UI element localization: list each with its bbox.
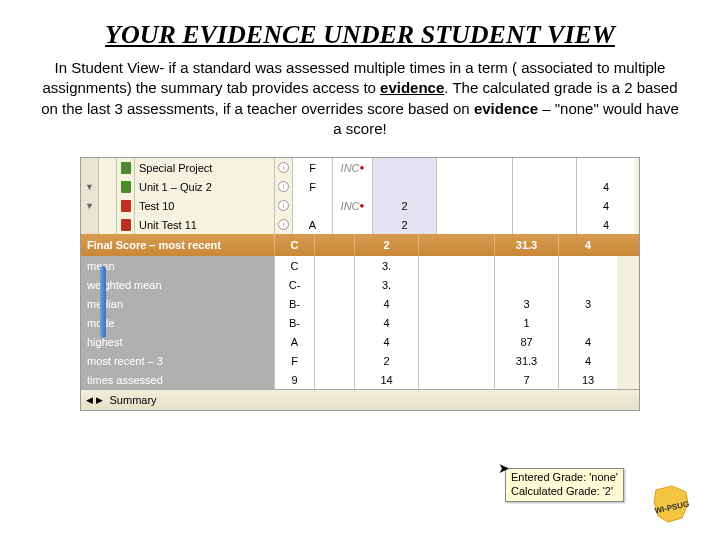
inc-flag bbox=[333, 177, 373, 196]
stat-name: mean bbox=[81, 256, 275, 275]
score-1[interactable]: 2 bbox=[373, 196, 437, 215]
stat-n3: 7 bbox=[495, 370, 559, 389]
stat-name: mode bbox=[81, 313, 275, 332]
drag-handle[interactable] bbox=[81, 215, 99, 234]
stat-row: modeB-41 bbox=[81, 313, 639, 332]
stat-name: most recent – 3 bbox=[81, 351, 275, 370]
inc-flag: INC● bbox=[333, 158, 373, 177]
status-icon bbox=[99, 177, 117, 196]
score-1[interactable]: 2 bbox=[373, 215, 437, 234]
score-4: 4 bbox=[577, 196, 635, 215]
final-label: Final Score – most recent bbox=[81, 234, 275, 256]
stat-row: weighted meanC-3. bbox=[81, 275, 639, 294]
score-3 bbox=[513, 196, 577, 215]
gradebook-table: Special ProjectiFINC●▼Unit 1 – Quiz 2iF4… bbox=[80, 157, 640, 411]
final-score-row[interactable]: Final Score – most recent C 2 31.3 4 bbox=[81, 234, 639, 256]
status-icon bbox=[99, 158, 117, 177]
tooltip: Entered Grade: 'none' Calculated Grade: … bbox=[505, 468, 624, 502]
score-3 bbox=[513, 158, 577, 177]
assignment-row[interactable]: ▼Unit 1 – Quiz 2iF4 bbox=[81, 177, 639, 196]
flag-icon bbox=[117, 177, 135, 196]
stat-n3: 87 bbox=[495, 332, 559, 351]
info-icon[interactable]: i bbox=[275, 215, 293, 234]
score-3 bbox=[513, 215, 577, 234]
assignment-row[interactable]: ▼Test 10iINC●24 bbox=[81, 196, 639, 215]
stat-n1: 4 bbox=[355, 294, 419, 313]
stat-n1: 14 bbox=[355, 370, 419, 389]
score-2 bbox=[437, 215, 513, 234]
stat-n4: 13 bbox=[559, 370, 617, 389]
summary-toolbar[interactable]: ◀ ▶ Summary bbox=[81, 389, 639, 410]
stat-letter: B- bbox=[275, 294, 315, 313]
info-icon[interactable]: i bbox=[275, 196, 293, 215]
score-3 bbox=[513, 177, 577, 196]
score-2 bbox=[437, 177, 513, 196]
stat-n4 bbox=[559, 275, 617, 294]
assignment-name: Unit Test 11 bbox=[135, 215, 275, 234]
score-4 bbox=[577, 158, 635, 177]
drag-handle[interactable] bbox=[81, 158, 99, 177]
assignment-row[interactable]: Special ProjectiFINC● bbox=[81, 158, 639, 177]
stat-n4: 4 bbox=[559, 332, 617, 351]
stat-row: medianB-433 bbox=[81, 294, 639, 313]
info-icon[interactable]: i bbox=[275, 177, 293, 196]
stat-row: most recent – 3F231.34 bbox=[81, 351, 639, 370]
final-n4: 4 bbox=[559, 234, 617, 256]
stat-name: weighted mean bbox=[81, 275, 275, 294]
stat-row: highestA4874 bbox=[81, 332, 639, 351]
expand-icon[interactable]: ◀ ▶ bbox=[81, 395, 108, 405]
stat-n4 bbox=[559, 313, 617, 332]
stat-letter: C- bbox=[275, 275, 315, 294]
scrollbar[interactable] bbox=[100, 266, 106, 338]
summary-label: Summary bbox=[108, 394, 157, 406]
score-2 bbox=[437, 196, 513, 215]
stat-name: median bbox=[81, 294, 275, 313]
letter-grade: F bbox=[293, 158, 333, 177]
stat-n3 bbox=[495, 275, 559, 294]
stat-n1: 2 bbox=[355, 351, 419, 370]
stat-row: times assessed914713 bbox=[81, 370, 639, 389]
stat-n1: 3. bbox=[355, 256, 419, 275]
stat-n4: 3 bbox=[559, 294, 617, 313]
score-2 bbox=[437, 158, 513, 177]
stat-n1: 4 bbox=[355, 332, 419, 351]
wi-psug-logo: WI-PSUG bbox=[648, 480, 696, 528]
stat-row: meanC3. bbox=[81, 256, 639, 275]
flag-icon bbox=[117, 196, 135, 215]
status-icon bbox=[99, 215, 117, 234]
cursor-icon: ➤ bbox=[498, 460, 510, 476]
assignment-name: Special Project bbox=[135, 158, 275, 177]
stat-n3: 3 bbox=[495, 294, 559, 313]
stat-n4: 4 bbox=[559, 351, 617, 370]
info-icon[interactable]: i bbox=[275, 158, 293, 177]
final-letter: C bbox=[275, 234, 315, 256]
letter-grade: F bbox=[293, 177, 333, 196]
stat-letter: B- bbox=[275, 313, 315, 332]
score-1[interactable] bbox=[373, 158, 437, 177]
stat-n3: 1 bbox=[495, 313, 559, 332]
stat-n3 bbox=[495, 256, 559, 275]
final-n3: 31.3 bbox=[495, 234, 559, 256]
assignment-name: Test 10 bbox=[135, 196, 275, 215]
assignment-row[interactable]: Unit Test 11iA24 bbox=[81, 215, 639, 234]
stat-n3: 31.3 bbox=[495, 351, 559, 370]
page-title: YOUR EVIDENCE UNDER STUDENT VIEW bbox=[40, 20, 680, 50]
stat-letter: C bbox=[275, 256, 315, 275]
stat-letter: A bbox=[275, 332, 315, 351]
flag-icon bbox=[117, 158, 135, 177]
stat-letter: F bbox=[275, 351, 315, 370]
score-4: 4 bbox=[577, 177, 635, 196]
inc-flag: INC● bbox=[333, 196, 373, 215]
drag-handle[interactable]: ▼ bbox=[81, 196, 99, 215]
stat-n4 bbox=[559, 256, 617, 275]
score-1[interactable] bbox=[373, 177, 437, 196]
description: In Student View- if a standard was asses… bbox=[38, 58, 682, 139]
stat-name: highest bbox=[81, 332, 275, 351]
letter-grade bbox=[293, 196, 333, 215]
stat-n1: 3. bbox=[355, 275, 419, 294]
inc-flag bbox=[333, 215, 373, 234]
status-icon bbox=[99, 196, 117, 215]
final-n1[interactable]: 2 bbox=[355, 234, 419, 256]
score-4: 4 bbox=[577, 215, 635, 234]
drag-handle[interactable]: ▼ bbox=[81, 177, 99, 196]
